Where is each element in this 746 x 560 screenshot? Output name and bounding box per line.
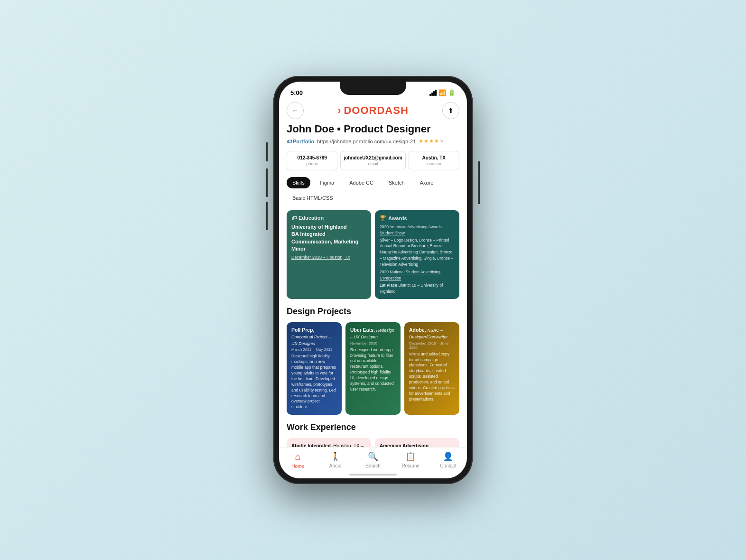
education-card: 🏷 Education University of Highland BA In… [287, 210, 371, 299]
project-company-2: Adobe, NSAC – Designer/Copywriter [409, 327, 455, 340]
project-date-2: December 2019 – June 2020 [409, 341, 455, 350]
profile-name: John Doe • Product Designer [287, 123, 459, 135]
back-icon: ← [292, 107, 298, 114]
location-label: location [412, 161, 456, 166]
contact-row: 012-345-6789 phone johndoeUX21@gmail.com… [287, 151, 459, 170]
tag-icon: 🏷 [287, 139, 292, 144]
email-value: johndoeUX21@gmail.com [344, 155, 402, 160]
skill-adobe-cc[interactable]: Adobe CC [344, 177, 379, 188]
project-desc-1: Redesigned mobile app browsing feature t… [350, 347, 396, 392]
app-screen: 5:00 📶 🔋 ← › [279, 82, 467, 478]
nav-home[interactable]: ⌂ Home [279, 451, 317, 469]
brand-name: DOORDASH [344, 104, 408, 117]
nav-home-label: Home [291, 464, 304, 469]
signal-icon [429, 90, 437, 96]
skill-skills[interactable]: Skills [287, 177, 310, 188]
project-company-0: Poll Prep, Conceptual Project – UX Desig… [291, 327, 337, 346]
nav-about-label: About [329, 463, 342, 468]
award-icon: 🏆 [380, 215, 386, 221]
main-content: John Doe • Product Designer 🏷 Portfolio … [279, 123, 467, 478]
status-icons: 📶 🔋 [429, 89, 456, 96]
phone-label: phone [290, 161, 334, 166]
projects-grid: Poll Prep, Conceptual Project – UX Desig… [287, 322, 459, 415]
education-title: 🏷 Education [291, 215, 366, 221]
doordash-chevron-icon: › [337, 104, 341, 117]
project-desc-2: Wrote and edited copy for ad campaign pl… [409, 352, 455, 402]
skill-figma[interactable]: Figma [314, 177, 340, 188]
portfolio-row: 🏷 Portfolio https://johndoe.portdolio.co… [287, 138, 459, 144]
nav-about[interactable]: 🚶 About [317, 451, 354, 469]
wifi-icon: 📶 [438, 89, 446, 96]
work-experience-title: Work Experience [287, 422, 459, 432]
share-button[interactable]: ⬆ [442, 102, 459, 119]
home-indicator [349, 474, 397, 476]
project-date-0: March 2021 – May 2021 [291, 347, 337, 352]
graduation-icon: 🏷 [291, 215, 297, 221]
phone-notch [340, 82, 406, 95]
skills-row: Skills Figma Adobe CC Sketch Axure Basic… [287, 177, 459, 204]
about-icon: 🚶 [330, 451, 341, 462]
project-uber-eats: Uber Eats, Redesign – UX Designer Novemb… [345, 322, 401, 415]
resume-icon: 📋 [405, 451, 416, 462]
contact-icon: 👤 [443, 451, 453, 462]
app-header: ← › DOORDASH ⬆ [279, 98, 467, 123]
phone-value: 012-345-6789 [290, 155, 334, 160]
nav-resume-label: Resume [402, 463, 420, 468]
edu-date: December 2020 – Houston, TX [291, 255, 366, 260]
star-rating: ★ ★ ★ ★ ★ [419, 138, 444, 144]
location-value: Austin, TX [412, 155, 456, 160]
skill-axure[interactable]: Axure [414, 177, 439, 188]
design-projects-title: Design Projects [287, 307, 459, 317]
nav-resume[interactable]: 📋 Resume [392, 451, 429, 469]
doordash-logo: › DOORDASH [337, 104, 409, 117]
edu-awards-row: 🏷 Education University of Highland BA In… [287, 210, 459, 299]
email-label: email [344, 161, 402, 166]
awards-card: 🏆 Awards 2020 American Advertising Award… [375, 210, 459, 299]
email-card: johndoeUX21@gmail.com email [340, 151, 405, 170]
awards-text: 2020 American Advertising Awards Student… [380, 224, 455, 294]
skill-html-css[interactable]: Basic HTML/CSS [287, 192, 339, 204]
share-icon: ⬆ [448, 107, 454, 114]
awards-title: 🏆 Awards [380, 215, 455, 221]
search-icon: 🔍 [368, 451, 378, 462]
phone-screen: 5:00 📶 🔋 ← › [279, 82, 467, 478]
project-date-1: November 2020 [350, 341, 396, 345]
nav-contact-label: Contact [440, 463, 456, 468]
portfolio-link[interactable]: 🏷 Portfolio [287, 139, 314, 144]
nav-contact[interactable]: 👤 Contact [429, 451, 467, 469]
status-time: 5:00 [290, 89, 303, 96]
portfolio-url: https://johndoe.portdolio.com/ux-design-… [317, 139, 416, 144]
project-company-1: Uber Eats, Redesign – UX Designer [350, 327, 396, 340]
project-desc-0: Designed high fidelity mockups for a new… [291, 354, 337, 410]
school-name: University of Highland BA Integrated Com… [291, 224, 366, 253]
nav-search[interactable]: 🔍 Search [354, 451, 392, 469]
home-icon: ⌂ [295, 451, 301, 462]
skill-sketch[interactable]: Sketch [383, 177, 410, 188]
nav-search-label: Search [365, 463, 381, 468]
phone-frame: 5:00 📶 🔋 ← › [273, 76, 473, 484]
project-poll-prep: Poll Prep, Conceptual Project – UX Desig… [287, 322, 342, 415]
project-adobe: Adobe, NSAC – Designer/Copywriter Decemb… [404, 322, 459, 415]
phone-card: 012-345-6789 phone [287, 151, 337, 170]
location-card: Austin, TX location [409, 151, 459, 170]
battery-icon: 🔋 [448, 89, 456, 96]
back-button[interactable]: ← [287, 102, 304, 119]
